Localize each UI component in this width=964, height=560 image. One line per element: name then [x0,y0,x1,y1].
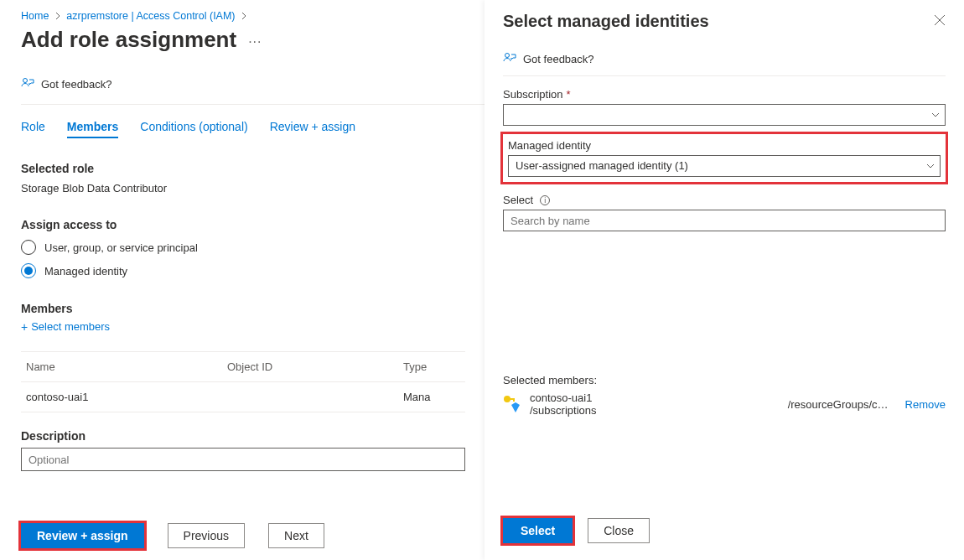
select-button[interactable]: Select [503,518,573,543]
page-title: Add role assignment [21,27,236,53]
cell-name: contoso-uai1 [26,391,227,403]
table-row[interactable]: contoso-uai1 Mana [21,382,465,412]
panel-feedback-label: Got feedback? [523,53,594,65]
cell-type: Mana [403,391,460,403]
members-table: Name Object ID Type contoso-uai1 Mana [21,351,465,412]
managed-identity-icon [503,395,521,413]
selected-role-label: Selected role [21,162,485,175]
selected-members-area: Selected members: contoso-uai1 /subscrip… [503,374,946,417]
tab-members[interactable]: Members [67,120,118,138]
required-star-icon: * [567,88,571,101]
close-icon[interactable] [934,14,946,29]
svg-point-0 [23,79,28,83]
tabs: Role Members Conditions (optional) Revie… [21,120,485,138]
col-header-objectid: Object ID [227,360,403,373]
search-input[interactable] [503,210,946,231]
radio-user-group[interactable]: User, group, or service principal [21,240,485,255]
select-label: Select i [503,194,946,206]
review-assign-button[interactable]: Review + assign [21,523,144,548]
col-header-name: Name [26,360,227,373]
chevron-right-icon [54,10,61,22]
breadcrumb-resource[interactable]: azrpremstore | Access Control (IAM) [66,10,235,22]
selected-member-name: contoso-uai1 [530,391,780,404]
select-members-link[interactable]: + Select members [21,320,485,333]
panel-footer: Select Close [503,518,650,543]
next-button[interactable]: Next [268,523,324,548]
remove-member-link[interactable]: Remove [905,398,946,411]
left-footer: Review + assign Previous Next [21,523,324,548]
select-members-text: Select members [31,320,110,333]
main-content: Home azrpremstore | Access Control (IAM)… [0,0,485,560]
description-label: Description [21,429,485,443]
tab-review[interactable]: Review + assign [270,120,355,138]
radio-managed-identity[interactable]: Managed identity [21,263,485,278]
info-icon[interactable]: i [540,195,550,205]
feedback-label: Got feedback? [41,78,112,91]
description-input[interactable] [21,448,465,471]
plus-icon: + [21,321,28,333]
col-header-type: Type [403,360,460,373]
panel-feedback-link[interactable]: Got feedback? [503,51,946,67]
radio-mi-label: Managed identity [44,265,127,277]
selected-members-label: Selected members: [503,374,946,386]
selected-member-path: /subscriptions [530,404,780,417]
members-label: Members [21,302,485,315]
chevron-right-icon [241,10,247,22]
tab-conditions[interactable]: Conditions (optional) [140,120,247,138]
subscription-label: Subscription* [503,88,946,101]
breadcrumb: Home azrpremstore | Access Control (IAM) [21,10,485,22]
previous-button[interactable]: Previous [168,523,245,548]
close-button[interactable]: Close [588,518,650,543]
feedback-icon [21,76,34,92]
managed-identity-label: Managed identity [508,139,941,152]
tab-role[interactable]: Role [21,120,45,138]
selected-member-row: contoso-uai1 /subscriptions /resourceGro… [503,391,946,417]
divider [21,104,485,105]
cell-objectid [227,391,403,403]
feedback-icon [503,51,516,67]
selected-member-rg: /resourceGroups/c… [788,398,889,411]
divider [503,75,946,76]
subscription-dropdown[interactable] [503,104,946,126]
radio-selected-icon [21,263,36,278]
assign-access-label: Assign access to [21,218,485,231]
svg-point-1 [505,54,510,58]
managed-identity-dropdown[interactable]: User-assigned managed identity (1) [508,155,941,177]
select-identities-panel: Select managed identities Got feedback? … [485,0,964,560]
panel-title: Select managed identities [503,12,709,31]
more-actions-button[interactable]: ··· [248,31,262,49]
feedback-link[interactable]: Got feedback? [21,76,485,92]
selected-role-value: Storage Blob Data Contributor [21,182,485,194]
radio-unselected-icon [21,240,36,255]
breadcrumb-home[interactable]: Home [21,10,49,22]
radio-user-label: User, group, or service principal [44,241,198,254]
